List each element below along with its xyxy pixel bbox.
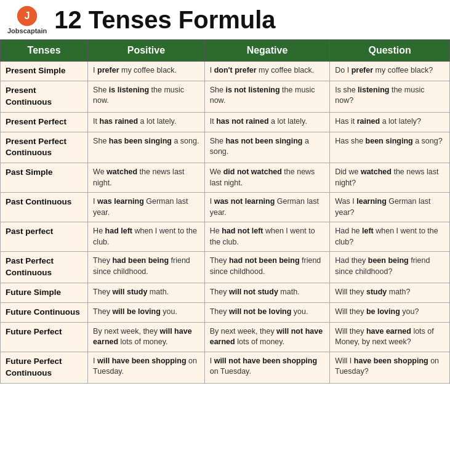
tense-cell: Present Simple [1,62,88,81]
key-word: has rained [100,117,139,126]
table-row: Future Perfect ContinuousI will have bee… [1,352,450,383]
table-header-row: Tenses Positive Negative Question [1,40,450,62]
key-word: left [362,227,374,235]
positive-cell: He had left when I went to the club. [88,222,205,252]
tense-name: Future Continuous [6,307,80,317]
key-word: rained [357,117,380,126]
key-word: watched [361,167,392,176]
negative-cell: It has not rained a lot lately. [204,112,330,132]
key-word: have been shopping [354,357,428,365]
col-negative: Negative [204,40,330,62]
positive-cell: I will have been shopping on Tuesday. [88,352,205,383]
positive-cell: She is listening the music now. [88,81,205,112]
tense-cell: Future Continuous [1,303,88,323]
key-word: did not watched [223,167,282,176]
key-word: be loving [366,307,400,316]
key-word: is not listening [225,86,279,94]
key-word: been singing [366,137,413,145]
negative-cell: She is not listening the music now. [204,81,330,112]
key-word: had not left [222,227,263,235]
key-word: listening [358,86,389,94]
question-cell: Will they have earned lots of Money, by … [330,322,450,352]
col-question: Question [330,40,450,62]
tense-cell: Future Simple [1,283,88,303]
positive-cell: I prefer my coffee black. [88,62,205,81]
positive-cell: She has been singing a song. [88,132,205,163]
page-title: 12 Tenses Formula [54,6,275,34]
key-word: is listening [109,86,149,94]
tense-name: Past Continuous [6,197,71,206]
question-cell: Will they study math? [330,283,450,303]
key-word: was not learning [214,197,275,206]
col-tenses: Tenses [1,40,88,62]
key-word: has been singing [109,137,172,145]
tense-name: Past Simple [6,167,53,177]
logo-icon: J [16,5,38,27]
key-word: will be loving [112,307,160,316]
table-row: Future SimpleThey will study math.They w… [1,283,450,303]
col-positive: Positive [88,40,205,62]
table-row: Past ContinuousI was learning German las… [1,193,450,222]
tense-cell: Future Perfect Continuous [1,352,88,383]
key-word: had been being [112,256,169,265]
question-cell: Has it rained a lot lately? [330,112,450,132]
question-cell: Will I have been shopping on Tuesday? [330,352,450,383]
key-word: has not rained [216,117,268,126]
tense-name: Past Perfect Continuous [6,256,54,277]
tense-cell: Past perfect [1,222,88,252]
key-word: was learning [97,197,144,206]
key-word: will not have earned [210,327,323,347]
key-word: study [366,288,387,296]
negative-cell: They will not study math. [204,283,330,303]
question-cell: Was I learning German last year? [330,193,450,222]
question-cell: Did we watched the news last night? [330,163,450,193]
tense-name: Present Perfect Continuous [6,137,66,158]
key-word: will not have been shopping [214,357,317,365]
key-word: will study [112,288,147,296]
positive-cell: They will be loving you. [88,303,205,323]
tenses-table: Tenses Positive Negative Question Presen… [0,39,450,384]
negative-cell: He had not left when I went to the club. [204,222,330,252]
table-row: Past SimpleWe watched the news last nigh… [1,163,450,193]
positive-cell: We watched the news last night. [88,163,205,193]
tense-cell: Past Simple [1,163,88,193]
tense-cell: Future Perfect [1,322,88,352]
header: J Jobscaptain 12 Tenses Formula [0,0,450,39]
tense-cell: Present Continuous [1,81,88,112]
positive-cell: It has rained a lot lately. [88,112,205,132]
tense-cell: Present Perfect [1,112,88,132]
key-word: prefer [352,66,373,75]
tense-cell: Past Continuous [1,193,88,222]
tense-name: Future Perfect [6,327,62,336]
negative-cell: They will not be loving you. [204,303,330,323]
tense-cell: Past Perfect Continuous [1,252,88,283]
negative-cell: I don't prefer my coffee black. [204,62,330,81]
logo-text: Jobscaptain [7,27,47,34]
negative-cell: I was not learning German last year. [204,193,330,222]
key-word: don't prefer [214,66,257,75]
table-row: Present PerfectIt has rained a lot latel… [1,112,450,132]
negative-cell: They had not been being friend since chi… [204,252,330,283]
question-cell: Will they be loving you? [330,303,450,323]
negative-cell: She has not been singing a song. [204,132,330,163]
key-word: has not been singing [225,137,302,145]
table-row: Present SimpleI prefer my coffee black.I… [1,62,450,81]
positive-cell: They had been being friend since childho… [88,252,205,283]
table-row: Present Perfect ContinuousShe has been s… [1,132,450,163]
question-cell: Is she listening the music now? [330,81,450,112]
tense-cell: Present Perfect Continuous [1,132,88,163]
question-cell: Do I prefer my coffee black? [330,62,450,81]
tense-name: Future Simple [6,288,61,297]
table-row: Future ContinuousThey will be loving you… [1,303,450,323]
key-word: prefer [97,66,119,75]
tense-name: Past perfect [6,227,53,236]
table-row: Past perfectHe had left when I went to t… [1,222,450,252]
question-cell: Had he left when I went to the club? [330,222,450,252]
key-word: had not been being [229,256,300,265]
positive-cell: I was learning German last year. [88,193,205,222]
key-word: will have earned [93,327,192,347]
negative-cell: We did not watched the news last night. [204,163,330,193]
table-row: Past Perfect ContinuousThey had been bei… [1,252,450,283]
key-word: will have been shopping [97,357,186,365]
key-word: learning [356,197,387,206]
